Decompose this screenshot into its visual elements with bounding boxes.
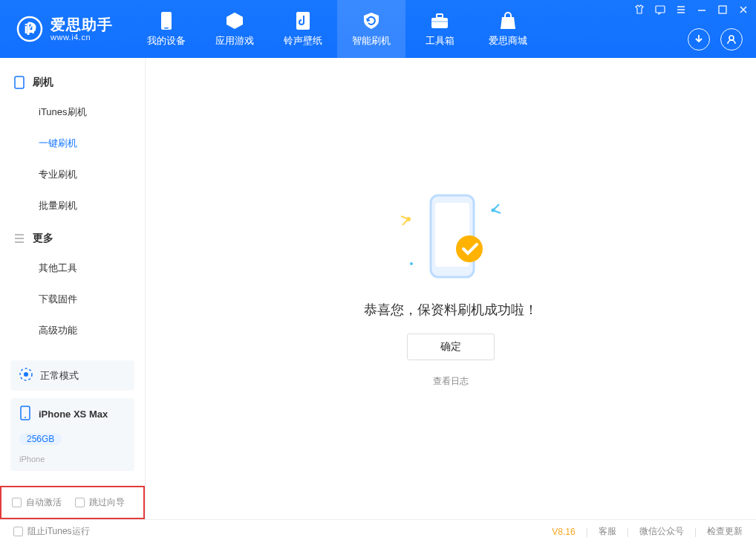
bottom-options: 自动激活 跳过向导 [0, 486, 145, 519]
nav-tabs: 我的设备 应用游戏 铃声壁纸 智能刷机 工具箱 爱思商城 [132, 0, 542, 58]
svg-rect-7 [431, 21, 448, 22]
app-subtitle: www.i4.cn [50, 33, 113, 42]
sidebar: 刷机 iTunes刷机 一键刷机 专业刷机 批量刷机 更多 其他工具 下载固件 … [0, 58, 146, 519]
device-icon [156, 10, 177, 31]
window-controls [634, 4, 749, 15]
svg-point-13 [24, 372, 28, 377]
footer: 阻止iTunes运行 V8.16 | 客服 | 微信公众号 | 检查更新 [0, 519, 756, 543]
app-title: 爱思助手 [50, 16, 113, 33]
checkbox-icon [75, 498, 85, 507]
svg-rect-11 [15, 77, 24, 88]
app-logo: i4 爱思助手 www.i4.cn [0, 0, 129, 58]
shield-sync-icon [361, 10, 382, 31]
maximize-icon[interactable] [717, 4, 728, 15]
feedback-icon[interactable] [655, 4, 665, 15]
footer-wechat[interactable]: 微信公众号 [639, 525, 684, 538]
footer-support[interactable]: 客服 [599, 525, 616, 538]
list-icon [13, 233, 25, 244]
view-log-link[interactable]: 查看日志 [433, 375, 469, 388]
group-more-header: 更多 [0, 221, 145, 253]
nav-flash[interactable]: 智能刷机 [337, 0, 405, 58]
download-icon[interactable] [688, 28, 710, 51]
footer-update[interactable]: 检查更新 [707, 525, 743, 538]
svg-rect-8 [656, 6, 665, 13]
sidebar-advanced[interactable]: 高级功能 [0, 315, 145, 346]
toolbox-icon [429, 10, 450, 31]
device-outline-icon [13, 77, 25, 88]
svg-rect-2 [161, 12, 172, 30]
svg-point-15 [25, 417, 26, 418]
header-right [688, 28, 743, 51]
svg-point-18 [410, 262, 413, 265]
svg-rect-5 [431, 18, 448, 28]
minimize-icon[interactable] [697, 4, 707, 15]
sidebar-download-firmware[interactable]: 下载固件 [0, 284, 145, 315]
nav-toolbox[interactable]: 工具箱 [405, 0, 474, 58]
nav-my-device[interactable]: 我的设备 [132, 0, 201, 58]
user-icon[interactable] [720, 28, 743, 51]
nav-store[interactable]: 爱思商城 [474, 0, 542, 58]
ok-button[interactable]: 确定 [407, 334, 495, 360]
sidebar-pro-flash[interactable]: 专业刷机 [0, 159, 145, 190]
svg-rect-6 [437, 14, 443, 18]
success-message: 恭喜您，保资料刷机成功啦！ [364, 301, 538, 319]
svg-point-10 [729, 36, 734, 40]
tshirt-icon[interactable] [634, 4, 645, 15]
device-capacity: 256GB [19, 433, 62, 445]
group-flash-header: 刷机 [0, 65, 145, 97]
checkbox-icon [13, 527, 23, 536]
nav-apps-games[interactable]: 应用游戏 [201, 0, 269, 58]
sidebar-other-tools[interactable]: 其他工具 [0, 253, 145, 284]
menu-icon[interactable] [676, 4, 686, 15]
phone-icon [19, 406, 31, 423]
auto-activate-checkbox[interactable]: 自动激活 [12, 496, 62, 509]
mode-card[interactable]: 正常模式 [10, 360, 134, 391]
close-icon[interactable] [738, 4, 749, 15]
svg-text:i4: i4 [24, 22, 35, 36]
main-panel: 恭喜您，保资料刷机成功啦！ 确定 查看日志 [146, 58, 756, 519]
header: i4 爱思助手 www.i4.cn 我的设备 应用游戏 铃声壁纸 智能 [0, 0, 756, 58]
svg-rect-3 [164, 27, 169, 29]
sync-icon [19, 368, 33, 383]
sidebar-oneclick-flash[interactable]: 一键刷机 [0, 128, 145, 159]
music-file-icon [293, 10, 313, 31]
device-type: iPhone [19, 455, 45, 464]
body: 刷机 iTunes刷机 一键刷机 专业刷机 批量刷机 更多 其他工具 下载固件 … [0, 58, 756, 519]
device-name: iPhone XS Max [39, 409, 108, 420]
svg-point-21 [456, 235, 483, 262]
success-illustration [395, 189, 506, 286]
skip-guide-checkbox[interactable]: 跳过向导 [75, 496, 125, 509]
nav-ringtones[interactable]: 铃声壁纸 [269, 0, 337, 58]
sidebar-itunes-flash[interactable]: iTunes刷机 [0, 97, 145, 128]
logo-icon: i4 [16, 16, 43, 42]
app-window: i4 爱思助手 www.i4.cn 我的设备 应用游戏 铃声壁纸 智能 [0, 0, 756, 543]
svg-rect-9 [719, 6, 726, 13]
block-itunes-checkbox[interactable]: 阻止iTunes运行 [13, 525, 90, 538]
bag-icon [498, 10, 518, 31]
sidebar-batch-flash[interactable]: 批量刷机 [0, 190, 145, 221]
cube-icon [224, 10, 245, 31]
device-card[interactable]: iPhone XS Max 256GB iPhone [10, 398, 134, 471]
version-label: V8.16 [552, 527, 575, 537]
checkbox-icon [12, 498, 22, 507]
